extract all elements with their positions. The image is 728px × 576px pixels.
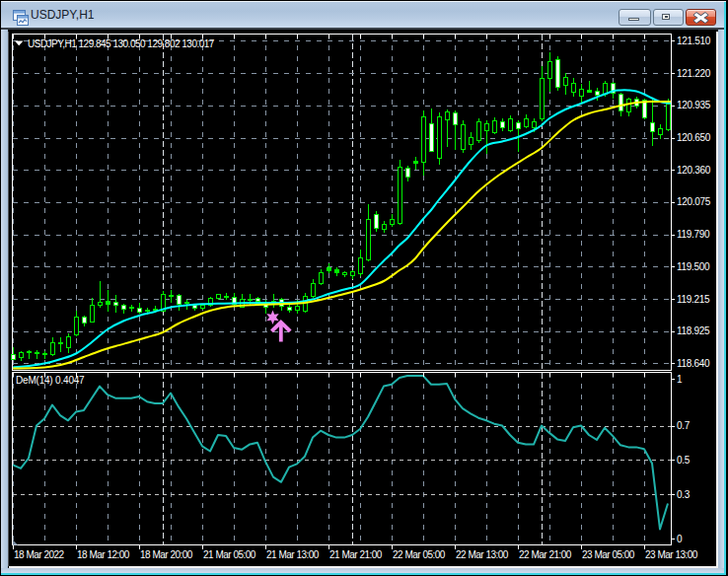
svg-text:23 Mar 05:00: 23 Mar 05:00 [582, 549, 635, 560]
svg-text:0.3: 0.3 [677, 489, 691, 500]
svg-text:21 Mar 05:00: 21 Mar 05:00 [203, 549, 256, 560]
svg-text:119.790: 119.790 [677, 229, 710, 240]
svg-text:USDJPY,H1 129.845 130.050 129: USDJPY,H1 129.845 130.050 129.802 130.01… [28, 38, 215, 49]
svg-text:119.215: 119.215 [677, 294, 710, 305]
svg-text:0.7: 0.7 [677, 420, 691, 431]
svg-text:22 Mar 13:00: 22 Mar 13:00 [456, 549, 509, 560]
svg-text:119.500: 119.500 [677, 261, 710, 272]
svg-text:18 Mar 20:00: 18 Mar 20:00 [140, 549, 193, 560]
svg-text:118.925: 118.925 [677, 325, 710, 336]
svg-text:120.935: 120.935 [677, 100, 711, 110]
svg-text:1: 1 [677, 374, 683, 385]
svg-text:DeM(14) 0.4047: DeM(14) 0.4047 [16, 375, 85, 386]
svg-text:22 Mar 05:00: 22 Mar 05:00 [393, 549, 446, 560]
svg-text:118.640: 118.640 [677, 358, 710, 369]
svg-text:0.5: 0.5 [677, 455, 691, 466]
svg-text:120.360: 120.360 [677, 165, 711, 176]
svg-text:121.220: 121.220 [677, 68, 711, 79]
svg-text:121.510: 121.510 [677, 36, 711, 46]
svg-text:18 Mar 12:00: 18 Mar 12:00 [77, 549, 130, 560]
svg-text:120.650: 120.650 [677, 132, 711, 143]
svg-text:18 Mar 2022: 18 Mar 2022 [14, 549, 65, 560]
svg-text:22 Mar 21:00: 22 Mar 21:00 [519, 549, 572, 560]
svg-text:0: 0 [677, 534, 683, 544]
svg-text:21 Mar 13:00: 21 Mar 13:00 [266, 549, 320, 560]
svg-text:23 Mar 13:00: 23 Mar 13:00 [645, 549, 698, 560]
svg-text:21 Mar 21:00: 21 Mar 21:00 [329, 549, 383, 560]
svg-text:120.075: 120.075 [677, 196, 711, 207]
